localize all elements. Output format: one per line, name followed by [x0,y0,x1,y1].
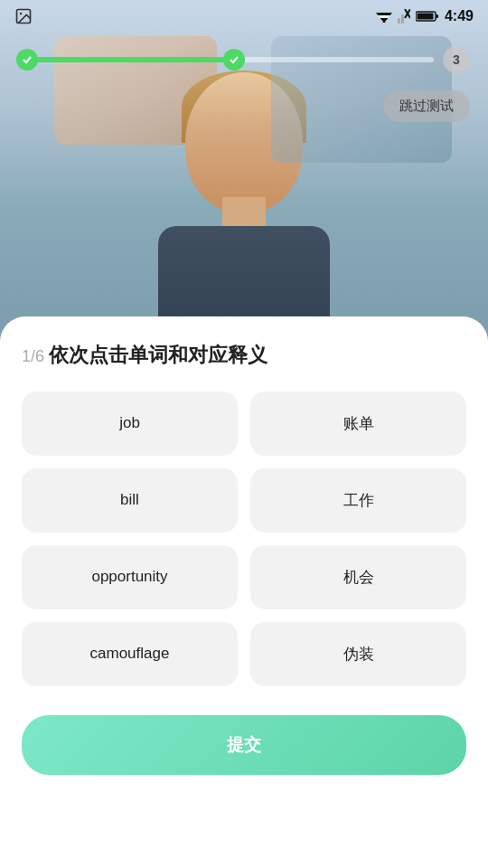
word-btn-wei-zhuang[interactable]: 伪装 [250,622,466,686]
word-btn-gong-zuo[interactable]: 工作 [250,468,466,533]
status-bar: 4:49 [0,0,488,33]
svg-rect-6 [398,18,400,24]
word-btn-job[interactable]: job [22,392,238,456]
word-btn-camouflage[interactable]: camouflage [22,622,238,686]
instruction-text: 依次点击单词和对应释义 [49,344,267,366]
progress-step-number: 3 [443,46,470,73]
word-btn-zhang-dan[interactable]: 账单 [250,392,466,456]
status-time: 4:49 [445,8,474,24]
progress-track [18,57,434,62]
step-indicator: 1/6 [22,347,49,365]
skip-button[interactable]: 跳过测试 [383,90,470,122]
signal-off-icon [398,9,410,24]
battery-icon [416,10,439,23]
wifi-icon [376,10,392,23]
person-illustration [127,54,361,344]
word-btn-bill[interactable]: bill [22,468,238,533]
image-icon [14,7,33,25]
word-btn-ji-hui[interactable]: 机会 [250,545,466,609]
status-left-icons [14,7,33,25]
progress-fill [18,57,234,62]
word-grid: job 账单 bill 工作 opportunity 机会 camouflage… [22,392,466,686]
card-title: 1/6 依次点击单词和对应释义 [22,342,466,370]
progress-dot-2 [223,49,245,71]
head [185,72,303,212]
svg-rect-7 [401,14,404,24]
submit-button[interactable]: 提交 [22,715,466,775]
progress-area: 3 [18,45,470,74]
status-right-icons: 4:49 [376,8,474,24]
quiz-card: 1/6 依次点击单词和对应释义 job 账单 bill 工作 opportuni… [0,316,488,868]
svg-rect-11 [436,14,438,18]
word-btn-opportunity[interactable]: opportunity [22,545,238,609]
svg-rect-12 [417,14,433,20]
progress-dot-1 [16,49,38,71]
svg-point-1 [20,13,22,14]
